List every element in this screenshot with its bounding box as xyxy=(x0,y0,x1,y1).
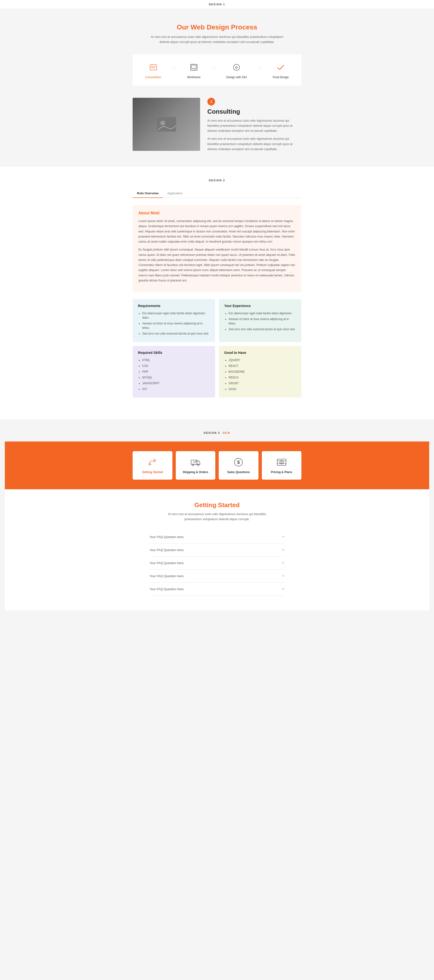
svg-rect-6 xyxy=(192,65,196,68)
title-part1: Our xyxy=(177,24,191,31)
skills-grid: Requirements Est ullamcorper eget nulla … xyxy=(133,299,301,398)
help-card-getting-started[interactable]: Getting Started xyxy=(133,451,173,480)
design3-label-text: DESIGN 3 xyxy=(204,431,220,434)
faq-plus-5: + xyxy=(282,587,285,592)
step-label-consultation: Consultation xyxy=(145,76,161,79)
about-para1: Lorem ipsum dolor sit amet, consectetur … xyxy=(138,219,296,244)
arrow-2: → xyxy=(211,65,215,70)
faq-plus-3: + xyxy=(282,560,285,566)
consulting-image xyxy=(133,98,200,151)
about-title-highlight: Molti xyxy=(151,211,160,215)
consulting-para2: At vero eos et accusamus iusto odio dign… xyxy=(207,136,301,152)
design2-section: DESIGN 2 Role Overview Application About… xyxy=(0,167,434,419)
svg-text:D: D xyxy=(236,66,238,69)
design3-section: DESIGN 3 NEW Getting Started xyxy=(0,419,434,610)
skill-mysql: MYSQL xyxy=(142,375,210,380)
faq-plus-1: + xyxy=(282,535,285,539)
orange-hero: Getting Started Shipping & Orders $ xyxy=(5,441,429,489)
divi-icon: D xyxy=(230,61,243,74)
svg-rect-11 xyxy=(157,117,176,132)
new-badge: NEW xyxy=(223,431,230,434)
faq-section: Getting Started At vero eos et accusamus… xyxy=(5,489,429,610)
consulting-title: Consulting xyxy=(207,108,301,115)
faq-title-highlight: Started xyxy=(218,501,240,509)
title-highlight: Web Design xyxy=(191,24,229,31)
faq-item-3[interactable]: Your FAQ Question here. + xyxy=(149,557,285,570)
gth-grunt: GRUNT xyxy=(228,381,296,385)
req-item-1: Est ullamcorper eget nulla facilisi etia… xyxy=(142,311,210,320)
step-final-design[interactable]: Final Design xyxy=(273,61,289,79)
gth-jquery: JQUERY xyxy=(228,358,296,362)
faq-plus-2: + xyxy=(282,547,285,552)
help-card-shipping[interactable]: Shipping & Orders xyxy=(176,451,215,480)
exp-item-2: Aenean et tortor at risus viverra adipis… xyxy=(228,317,296,326)
help-card-label-pricing: Pricing & Plans xyxy=(271,471,292,474)
good-to-have-title: Good to Have xyxy=(224,351,296,355)
faq-subtitle: At vero eos et accusamus iusto odio dign… xyxy=(162,512,272,522)
exp-item-1: Est ullamcorper eget nulla facilisi etia… xyxy=(228,311,296,315)
faq-question-5: Your FAQ Question here. xyxy=(149,587,184,591)
step-label-final: Final Design xyxy=(273,76,289,79)
gth-backbone: BACKBONE xyxy=(228,369,296,374)
consulting-para1: At vero eos et accusamus iusto odio dign… xyxy=(207,118,301,134)
tab-role-overview[interactable]: Role Overview xyxy=(133,189,163,198)
req-item-2: Aenean et tortor at risus viverra adipis… xyxy=(142,321,210,330)
faq-question-4: Your FAQ Question here. xyxy=(149,574,184,578)
faq-question-2: Your FAQ Question here. xyxy=(149,548,184,552)
final-design-icon xyxy=(274,61,287,74)
help-cards: Getting Started Shipping & Orders $ xyxy=(133,451,301,480)
top-bar: DESIGN 1 xyxy=(0,0,434,9)
wireframe-icon xyxy=(188,61,200,74)
faq-list: Your FAQ Question here. + Your FAQ Quest… xyxy=(149,531,285,596)
step-label-wireframe: Wireframe xyxy=(187,76,200,79)
process-steps: Consultation → Wireframe → D xyxy=(133,54,301,86)
gth-react: REACT xyxy=(228,364,296,368)
step-design-divi[interactable]: D Design with Divi xyxy=(227,61,247,79)
design1-subtitle: At vero eos et accusamus iusto odio dign… xyxy=(149,35,285,45)
consulting-block: 1 Consulting At vero eos et accusamus iu… xyxy=(133,98,301,155)
sales-icon: $ xyxy=(233,457,244,468)
svg-point-1 xyxy=(151,66,153,68)
faq-item-5[interactable]: Your FAQ Question here. + xyxy=(149,583,285,596)
help-card-label-sales: Sales Questions xyxy=(227,471,250,474)
about-title: About Molti xyxy=(138,211,296,215)
design2-label: DESIGN 2 xyxy=(5,179,429,182)
skill-javascript: JAVASCRIPT xyxy=(142,381,210,385)
faq-item-1[interactable]: Your FAQ Question here. + xyxy=(149,531,285,544)
top-bar-label: DESIGN 1 xyxy=(209,3,225,6)
help-card-sales[interactable]: $ Sales Questions xyxy=(219,451,258,480)
step-wireframe[interactable]: Wireframe xyxy=(187,61,200,79)
skill-css: CSS xyxy=(142,364,210,368)
pricing-icon: $ xyxy=(276,457,287,468)
help-card-pricing[interactable]: $ Pricing & Plans xyxy=(262,451,302,480)
req-item-3: Sed arcu non odio euismod lacinia at qui… xyxy=(142,331,210,336)
step-consultation[interactable]: Consultation xyxy=(145,61,161,79)
gth-redux: REDUX xyxy=(228,375,296,380)
requirements-list: Est ullamcorper eget nulla facilisi etia… xyxy=(138,311,210,336)
step-label-divi: Design with Divi xyxy=(227,76,247,79)
consulting-content: 1 Consulting At vero eos et accusamus iu… xyxy=(207,98,301,155)
shipping-icon xyxy=(190,457,201,468)
about-para2: Eu feugiat pretium nibh ipsum consequat.… xyxy=(138,247,296,283)
required-skills-title: Required Skills xyxy=(138,351,210,355)
tabs-bar: Role Overview Application xyxy=(133,189,301,198)
design1-section: Our Web Design Process At vero eos et ac… xyxy=(0,9,434,167)
good-to-have-card: Good to Have JQUERY REACT BACKBONE REDUX… xyxy=(219,346,301,398)
help-card-label-shipping: Shipping & Orders xyxy=(183,471,208,474)
exp-item-3: Sed arcu non odio euismod lacinia at qui… xyxy=(228,327,296,331)
faq-item-2[interactable]: Your FAQ Question here. + xyxy=(149,544,285,557)
experience-card: Your Experience Est ullamcorper eget nul… xyxy=(219,299,301,342)
svg-point-12 xyxy=(160,121,165,126)
faq-title: Getting Started xyxy=(10,501,424,509)
faq-title-part1: Getting xyxy=(194,501,218,509)
faq-plus-4: + xyxy=(282,574,285,579)
svg-point-13 xyxy=(154,459,155,461)
design1-title: Our Web Design Process xyxy=(5,24,429,31)
gth-sass: SASS xyxy=(228,387,296,391)
tab-application[interactable]: Application xyxy=(163,189,187,198)
consultation-icon xyxy=(147,61,160,74)
arrow-1: → xyxy=(172,65,176,70)
required-skills-card: Required Skills HTML CSS PHP MYSQL JAVAS… xyxy=(133,346,215,398)
design3-label: DESIGN 3 NEW xyxy=(5,431,429,434)
faq-item-4[interactable]: Your FAQ Question here. + xyxy=(149,570,285,583)
